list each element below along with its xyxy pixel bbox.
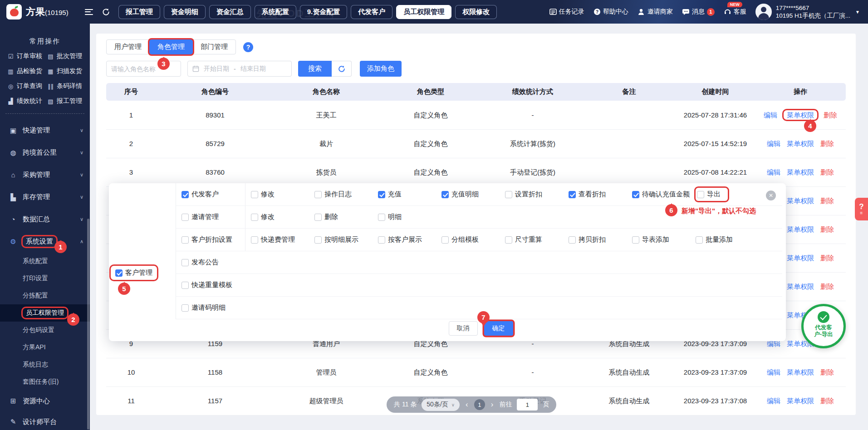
next-page-button[interactable]: › <box>490 400 495 409</box>
menu-permission-link[interactable]: 菜单权限 <box>787 168 814 176</box>
close-icon[interactable]: ✕ <box>766 191 776 200</box>
customer-service-link[interactable]: NEW 客服 <box>724 8 746 16</box>
checkbox-发布公告[interactable] <box>181 259 189 266</box>
sidebar-item[interactable]: ✎设计师平台 <box>0 411 90 430</box>
delete-link[interactable]: 删除 <box>820 140 834 147</box>
quick-action-scan-ship[interactable]: ▦扫描发货 <box>47 67 87 75</box>
sidebar-item[interactable]: ⌂采购管理∨ <box>0 164 90 186</box>
task-log-link[interactable]: 任务记录 <box>549 8 584 16</box>
role-name-input[interactable] <box>106 61 181 77</box>
menu-permission-link[interactable]: 菜单权限 <box>787 225 814 233</box>
current-page-button[interactable]: 1 <box>474 399 485 410</box>
customer-management-checkbox[interactable] <box>115 269 123 277</box>
checkbox-删除[interactable] <box>314 214 322 221</box>
sidebar-item[interactable]: ⚙系统设置∧ <box>0 230 90 253</box>
sidebar-subitem[interactable]: 员工权限管理 <box>0 304 90 322</box>
sidebar-subitem[interactable]: 分包码设置 <box>0 322 90 339</box>
nav-tab[interactable]: 资金汇总 <box>209 5 251 19</box>
sidebar-item[interactable]: ◔数据汇总∨ <box>0 208 90 230</box>
checkbox-导出[interactable] <box>697 191 704 198</box>
sidebar-subitem[interactable]: 套图任务(旧) <box>0 373 90 391</box>
checkbox-查看折扣[interactable] <box>569 191 576 198</box>
prev-page-button[interactable]: ‹ <box>465 400 469 409</box>
tab-角色管理[interactable]: 角色管理 <box>149 39 193 54</box>
export-task-fab[interactable]: 代发客 户-导出 <box>801 304 846 348</box>
delete-link[interactable]: 删除 <box>820 283 834 290</box>
sidebar-subitem[interactable]: 系统配置 <box>0 253 90 270</box>
sidebar-subitem[interactable]: 系统日志 <box>0 356 90 373</box>
checkbox-尺寸重算[interactable] <box>505 236 512 244</box>
checkbox-客户折扣设置[interactable] <box>181 236 189 244</box>
sidebar-subitem[interactable]: 打印设置 <box>0 270 90 287</box>
search-button[interactable]: 搜索 <box>298 61 332 77</box>
add-role-button[interactable]: 添加角色 <box>360 61 402 77</box>
delete-link[interactable]: 删除 <box>820 397 834 405</box>
delete-link[interactable]: 删除 <box>820 225 834 233</box>
page-size-select[interactable]: 50条/页 ∨ <box>422 399 460 411</box>
delete-link[interactable]: 删除 <box>820 168 834 176</box>
quick-action-order-search[interactable]: ◎订单查询 <box>7 82 47 90</box>
sidebar-item[interactable]: ▙库存管理∨ <box>0 186 90 208</box>
nav-tab[interactable]: 报工管理 <box>118 5 160 19</box>
nav-tab[interactable]: 9.资金配置 <box>300 5 348 19</box>
checkbox-待确认充值金额[interactable] <box>632 191 639 198</box>
checkbox-分组模板[interactable] <box>441 236 449 244</box>
edit-link[interactable]: 编辑 <box>767 368 780 376</box>
tab-用户管理[interactable]: 用户管理 <box>106 39 150 54</box>
side-help-tab[interactable]: ? ≡ <box>855 198 868 220</box>
refresh-icon[interactable] <box>101 7 111 17</box>
nav-tab[interactable]: 代发客户 <box>351 5 392 19</box>
checkbox-操作日志[interactable] <box>314 191 322 198</box>
quick-action-order-audit[interactable]: ☑订单审核 <box>7 52 47 60</box>
edit-link[interactable]: 编辑 <box>767 397 780 405</box>
checkbox-批量添加[interactable] <box>696 236 703 244</box>
checkbox-按明细展示[interactable] <box>314 236 322 244</box>
edit-link[interactable]: 编辑 <box>764 111 777 119</box>
sidebar-item[interactable]: ◍跨境首公里∨ <box>0 142 90 164</box>
menu-permission-link[interactable]: 菜单权限 <box>784 110 817 120</box>
delete-link[interactable]: 删除 <box>820 368 834 376</box>
invite-merchant-link[interactable]: 邀请商家 <box>638 8 673 16</box>
menu-permission-link[interactable]: 菜单权限 <box>787 140 814 147</box>
checkbox-设置折扣[interactable] <box>505 191 512 198</box>
page-help-icon[interactable]: ? <box>243 42 253 52</box>
confirm-button[interactable]: 确定 <box>484 321 513 336</box>
checkbox-快递费管理[interactable] <box>251 236 258 244</box>
goto-page-input[interactable] <box>517 399 538 410</box>
checkbox-拷贝折扣[interactable] <box>569 236 576 244</box>
quick-action-quality-check[interactable]: ▥品检验货 <box>7 67 47 75</box>
date-range-picker[interactable]: 开始日期 - 结束日期 <box>187 61 292 77</box>
sidebar-subitem[interactable]: 分拣配置 <box>0 287 90 304</box>
menu-permission-link[interactable]: 菜单权限 <box>787 254 814 262</box>
menu-permission-link[interactable]: 菜单权限 <box>787 368 814 376</box>
checkbox-修改[interactable] <box>251 214 258 221</box>
nav-tab[interactable]: 资金明细 <box>164 5 206 19</box>
delete-link[interactable]: 删除 <box>820 254 834 262</box>
checkbox-充值明细[interactable] <box>441 191 449 198</box>
sidebar-item[interactable]: ⊞资源中心 <box>0 391 90 411</box>
nav-tab[interactable]: 权限修改 <box>455 5 497 19</box>
quick-action-work-report[interactable]: ▧报工管理 <box>47 97 87 105</box>
messages-link[interactable]: 消息 1 <box>682 8 715 16</box>
edit-link[interactable]: 编辑 <box>767 168 780 176</box>
menu-permission-link[interactable]: 菜单权限 <box>787 197 814 205</box>
edit-link[interactable]: 编辑 <box>767 140 780 147</box>
delete-link[interactable]: 删除 <box>820 197 834 205</box>
nav-tab[interactable]: 系统配置 <box>255 5 296 19</box>
cancel-button[interactable]: 取消 <box>449 321 478 336</box>
checkbox-代发客户[interactable] <box>181 191 189 198</box>
checkbox-快递重量模板[interactable] <box>181 282 189 289</box>
table-refresh-button[interactable] <box>332 61 352 77</box>
collapse-menu-icon[interactable] <box>84 7 94 17</box>
quick-action-barcode-detail[interactable]: ∥∥条码详情 <box>47 82 87 90</box>
checkbox-充值[interactable] <box>378 191 385 198</box>
help-center-link[interactable]: ? 帮助中心 <box>593 8 628 16</box>
checkbox-修改[interactable] <box>251 191 258 198</box>
checkbox-明细[interactable] <box>378 214 385 221</box>
app-logo[interactable] <box>6 4 22 20</box>
checkbox-按客户展示[interactable] <box>378 236 385 244</box>
sidebar-item[interactable]: ▣快递管理∨ <box>0 119 90 142</box>
account-menu[interactable]: 177****5667 10195 H1手机壳（工厂演... ▼ <box>755 4 860 20</box>
nav-tab[interactable]: 员工权限管理 <box>396 5 451 19</box>
quick-action-performance-stats[interactable]: ▟绩效统计 <box>7 97 47 105</box>
